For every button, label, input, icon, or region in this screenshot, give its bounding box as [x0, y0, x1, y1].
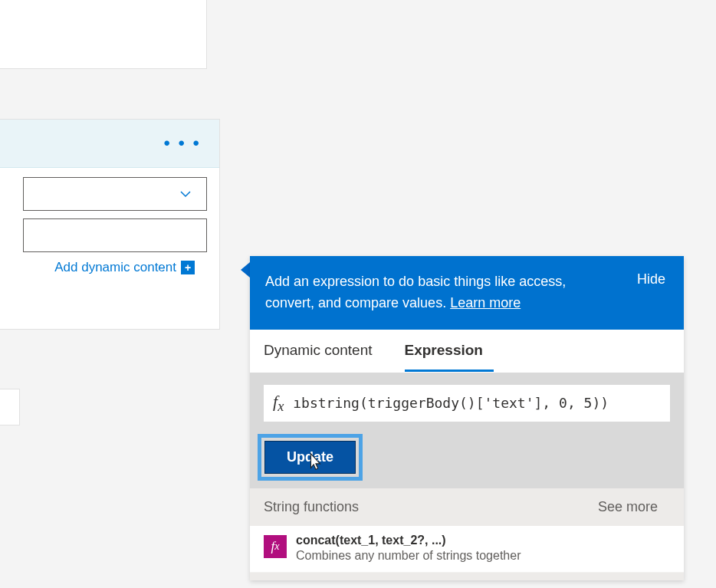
- partial-box: [0, 389, 20, 425]
- callout-arrow-icon: [241, 262, 250, 278]
- action-card: • • • Add dynamic content +: [0, 119, 220, 330]
- expression-panel: Add an expression to do basic things lik…: [250, 256, 684, 580]
- expression-header-text: Add an expression to do basic things lik…: [265, 271, 619, 314]
- action-card-header: • • •: [0, 120, 219, 168]
- expression-panel-header: Add an expression to do basic things lik…: [250, 256, 684, 330]
- tab-dynamic-content[interactable]: Dynamic content: [264, 330, 383, 372]
- add-dynamic-content-link[interactable]: Add dynamic content +: [0, 260, 207, 275]
- hide-button[interactable]: Hide: [637, 271, 665, 287]
- text-input-field[interactable]: [23, 218, 207, 252]
- fx-icon: fx: [273, 392, 284, 415]
- next-section-stub: [250, 573, 684, 580]
- expression-value: ıbstring(triggerBody()['text'], 0, 5)): [293, 395, 609, 411]
- update-button-label: Update: [287, 449, 333, 465]
- plus-icon: +: [181, 261, 195, 274]
- update-button-row: Update: [250, 434, 684, 488]
- update-button[interactable]: Update: [264, 441, 356, 474]
- expression-header-msg: Add an expression to do basic things lik…: [265, 274, 566, 310]
- more-icon[interactable]: • • •: [163, 140, 201, 147]
- update-button-highlight: Update: [258, 434, 363, 481]
- function-item-concat[interactable]: fx concat(text_1, text_2?, ...) Combines…: [250, 526, 684, 573]
- tab-expression[interactable]: Expression: [405, 330, 494, 372]
- string-functions-header: String functions See more: [250, 488, 684, 526]
- expression-input-row: fx ıbstring(triggerBody()['text'], 0, 5)…: [250, 373, 684, 434]
- string-functions-label: String functions: [264, 499, 359, 515]
- function-description: Combines any number of strings together: [296, 549, 521, 563]
- chevron-down-icon: [179, 187, 192, 201]
- dropdown-field[interactable]: [23, 177, 207, 211]
- function-title: concat(text_1, text_2?, ...): [296, 534, 521, 547]
- fx-badge-icon: fx: [264, 535, 287, 558]
- expression-input[interactable]: fx ıbstring(triggerBody()['text'], 0, 5)…: [264, 385, 670, 422]
- add-dynamic-content-label: Add dynamic content: [54, 260, 176, 275]
- previous-action-card: [0, 0, 207, 69]
- tab-strip: Dynamic content Expression: [250, 330, 684, 373]
- function-text: concat(text_1, text_2?, ...) Combines an…: [296, 534, 521, 563]
- see-more-link[interactable]: See more: [598, 499, 658, 515]
- action-card-body: Add dynamic content +: [0, 168, 219, 329]
- learn-more-link[interactable]: Learn more: [450, 295, 521, 310]
